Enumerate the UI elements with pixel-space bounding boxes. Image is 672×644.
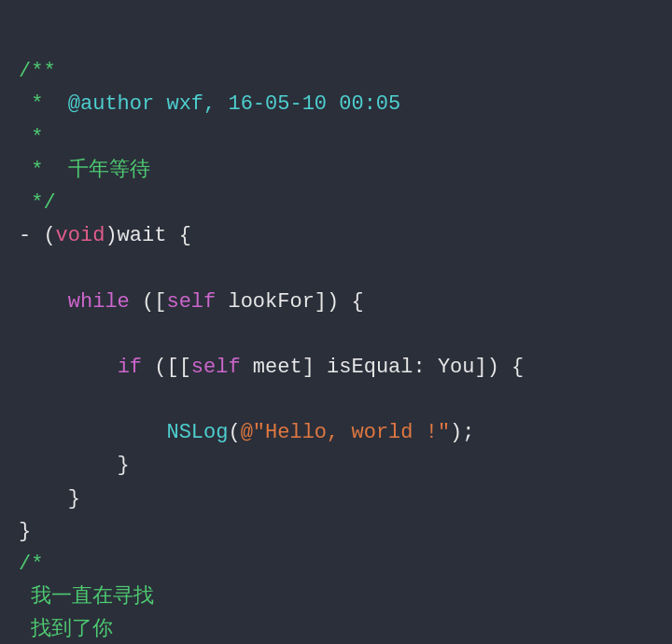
code-token: ([[ [142,356,191,379]
code-token: ( [228,421,240,444]
code-token: ([ [130,290,167,314]
code-line: } [19,449,653,482]
code-token: ); [450,421,474,444]
code-token [19,356,118,379]
code-line: */ [19,187,653,219]
code-token: */ [19,191,56,215]
code-line: } [19,515,653,548]
code-token: lookFor]) { [216,290,363,314]
code-line [19,318,653,351]
code-editor: /** * @author wxf, 16-05-10 00:05 * * 千年… [0,0,672,644]
code-token: 我一直在寻找 [19,585,154,609]
code-token: * [19,92,68,116]
code-token [19,421,166,444]
code-token: } [19,520,31,543]
code-token: /* [19,553,43,576]
code-token: meet] isEqual: You]) { [241,356,525,379]
code-token: @"Hello, world !" [241,421,450,444]
code-line: /* [19,548,653,581]
code-token: while [68,290,130,314]
code-line [19,252,653,285]
code-token: } [19,487,80,511]
code-token: )wait { [105,224,190,247]
code-token: * [19,126,43,149]
code-token: * 千年等待 [19,159,150,182]
code-token: /** [19,60,56,83]
code-line: } [19,483,653,515]
code-line: * @author wxf, 16-05-10 00:05 [19,88,653,120]
code-token [19,290,68,314]
code-token: - ( [19,224,56,247]
code-line: if ([[self meet] isEqual: You]) { [19,351,653,384]
code-token: NSLog [166,421,228,444]
code-line: 找到了你 [19,613,653,644]
code-line: 我一直在寻找 [19,581,653,613]
code-line: - (void)wait { [19,219,653,252]
code-token: self [166,290,216,314]
code-token: @author wxf, 16-05-10 00:05 [68,92,400,116]
code-line: while ([self lookFor]) { [19,286,653,318]
code-token: 找到了你 [19,618,113,641]
code-token: self [191,356,241,379]
code-line: * 千年等待 [19,154,653,187]
code-line: NSLog(@"Hello, world !"); [19,416,653,449]
code-line [19,384,653,416]
code-token: void [56,224,105,247]
code-line: /** [19,55,653,88]
code-line: * [19,121,653,154]
code-token: if [118,356,142,379]
code-token: } [19,454,130,477]
